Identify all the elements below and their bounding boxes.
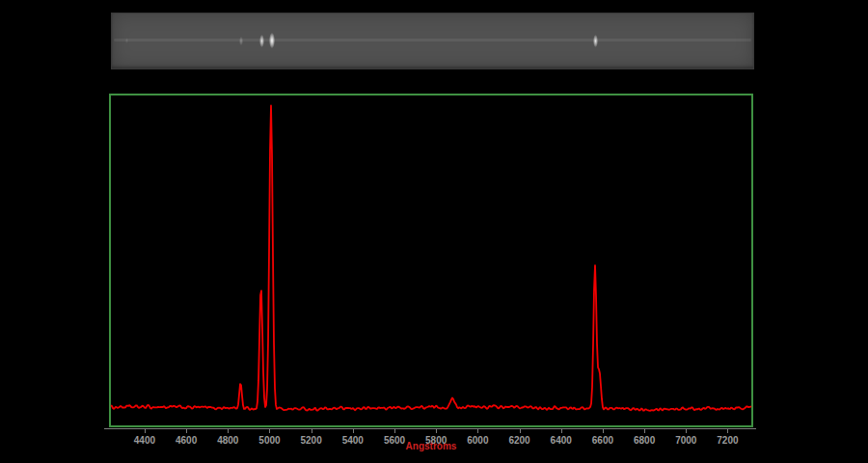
x-axis-tick-mark <box>520 429 521 433</box>
x-axis-tick-mark <box>312 429 312 433</box>
x-axis-tick-mark <box>269 429 270 433</box>
plot-frame <box>110 95 752 426</box>
x-axis-tick-mark <box>603 429 604 433</box>
x-axis-tick-mark <box>394 429 395 433</box>
x-axis-tick-mark <box>145 429 146 433</box>
x-axis-tick-mark <box>228 429 229 433</box>
x-axis-tick-mark <box>644 429 645 433</box>
emission-line-blob <box>259 35 264 47</box>
x-axis-line <box>104 428 756 429</box>
strip-continuum-line <box>114 39 751 41</box>
x-axis-tick-mark <box>436 429 437 433</box>
emission-line-blob <box>269 33 275 48</box>
x-axis-tick-mark <box>353 429 354 433</box>
emission-line-blob <box>593 35 598 47</box>
x-axis-tick-mark <box>477 429 478 433</box>
emission-line-blob <box>125 38 128 43</box>
x-axis-tick-mark <box>686 429 687 433</box>
emission-line-blob <box>239 37 243 45</box>
app-canvas: 4400460048005000520054005600580060006200… <box>0 0 868 463</box>
spectrum-plot-svg <box>109 94 753 427</box>
x-axis-tick-mark <box>561 429 562 433</box>
spectrum-plot <box>109 94 753 427</box>
spectrum-strip-image <box>111 13 754 69</box>
spectrum-trace <box>111 105 751 411</box>
x-axis-tick-mark <box>186 429 187 433</box>
x-axis-title: Angstroms <box>109 441 753 451</box>
x-axis-tick-mark <box>727 429 728 433</box>
